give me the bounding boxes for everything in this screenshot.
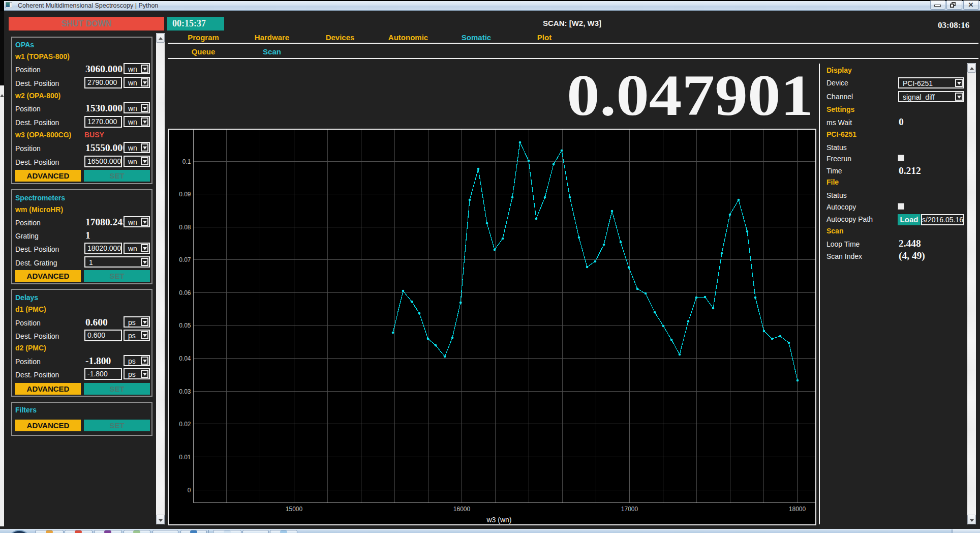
svg-text:15000: 15000 — [286, 506, 303, 513]
svg-text:0.01: 0.01 — [179, 454, 191, 461]
svg-text:0.05: 0.05 — [179, 322, 191, 329]
svg-text:0.1: 0.1 — [182, 158, 191, 165]
svg-text:18000: 18000 — [789, 506, 806, 513]
svg-text:0.03: 0.03 — [179, 388, 191, 395]
svg-text:17000: 17000 — [621, 506, 638, 513]
svg-text:0.04: 0.04 — [179, 355, 191, 362]
svg-text:0.06: 0.06 — [179, 289, 191, 297]
svg-text:w3 (wn): w3 (wn) — [486, 516, 511, 524]
svg-text:0: 0 — [188, 487, 191, 494]
svg-text:0.07: 0.07 — [179, 256, 191, 263]
svg-text:16000: 16000 — [453, 506, 471, 513]
svg-text:0.08: 0.08 — [179, 224, 191, 231]
svg-text:0.02: 0.02 — [179, 421, 191, 428]
svg-text:0.09: 0.09 — [179, 191, 191, 198]
